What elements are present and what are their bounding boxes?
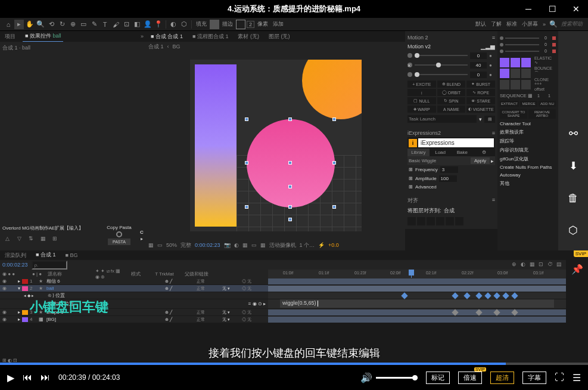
handle[interactable] — [288, 218, 292, 221]
anchor-tl[interactable] — [500, 58, 509, 67]
tl-icon-4[interactable]: ⊡ — [539, 261, 546, 268]
anchor-bc[interactable] — [511, 80, 520, 89]
slider-value[interactable]: 40 — [470, 62, 487, 69]
pin-icon[interactable]: 📌 — [571, 264, 583, 275]
c-icon[interactable]: C — [140, 230, 144, 235]
crumb-1[interactable]: 合成 1 — [148, 43, 164, 51]
slider[interactable] — [415, 61, 468, 69]
channel-icon[interactable]: ◐ — [234, 242, 239, 248]
current-time[interactable]: 0:00:02:23 — [2, 262, 28, 268]
volume-icon[interactable]: 🔊 — [360, 372, 372, 383]
freq-input[interactable]: 3 — [440, 166, 458, 173]
comp-tab-active[interactable]: ■ 合成 合成 1 — [148, 32, 185, 42]
rect-tool[interactable]: ▭ — [79, 20, 88, 29]
presets-link[interactable]: 效果预设库 — [500, 128, 556, 137]
curve-icon[interactable]: ▁▂▅ — [481, 43, 495, 49]
advanced-label[interactable]: Advanced — [415, 184, 437, 190]
workspace-standard[interactable]: 标准 — [505, 20, 519, 28]
exposure-value[interactable]: +0.0 — [328, 242, 339, 248]
fast-preview-icon[interactable]: ⚡ — [318, 242, 325, 248]
pen-tool[interactable]: ✎ — [89, 20, 99, 29]
mark-button[interactable]: 标记 — [426, 372, 450, 384]
stare-button[interactable]: 👁 STARE — [466, 97, 495, 104]
spin-button[interactable]: ↻ SPIN — [437, 97, 466, 104]
expression-editor[interactable]: wiggle(0.5,65) — [280, 299, 554, 308]
other-link[interactable]: 其他 — [500, 179, 556, 188]
anchor-mc[interactable] — [511, 69, 520, 78]
merge-button[interactable]: MERGE — [520, 101, 537, 107]
timeline-search[interactable] — [32, 261, 67, 270]
render-queue-tab[interactable]: 渲染队列 — [2, 250, 29, 261]
fill-swatch[interactable] — [210, 20, 219, 29]
handle[interactable] — [288, 185, 292, 188]
mask-toggle-icon[interactable]: ▭ — [157, 242, 163, 248]
stroke-width[interactable]: 2 — [247, 21, 254, 28]
home-icon[interactable]: ⌂ — [4, 20, 13, 29]
hand-tool[interactable]: ✋ — [25, 20, 35, 29]
layer-color[interactable] — [22, 286, 28, 291]
convert-button[interactable]: CONVERT TO SHAPE — [500, 109, 527, 119]
tl-icon-2[interactable]: ◐ — [521, 261, 528, 268]
content-aware-link[interactable]: 内容识别填充 — [500, 146, 556, 154]
subtitle-button[interactable]: 字幕 — [522, 372, 546, 384]
expand-icon[interactable]: ▾ — [18, 286, 20, 291]
handle[interactable] — [245, 205, 248, 209]
character-tool-link[interactable]: Character Tool — [500, 120, 556, 128]
slider[interactable] — [415, 52, 468, 59]
delete-icon[interactable]: 🗑 — [566, 191, 580, 205]
red-marker[interactable] — [552, 43, 556, 47]
blend-button[interactable]: ⊕ BLEND — [437, 81, 466, 88]
flowchart-tab[interactable]: ■ 流程图合成 1 — [190, 32, 231, 42]
panel-menu-icon[interactable]: ≡ — [492, 35, 495, 41]
speed-button[interactable]: 倍速SVIP — [458, 372, 482, 384]
layer-color[interactable] — [22, 279, 28, 284]
visibility-icon[interactable]: ◉ — [2, 278, 8, 284]
layer-color[interactable] — [22, 317, 28, 322]
red-marker[interactable] — [552, 36, 556, 40]
keyframe[interactable] — [493, 292, 500, 299]
value[interactable]: 0 — [541, 42, 550, 47]
settings-icon[interactable]: ⬡ — [566, 223, 580, 237]
align-top-icon[interactable] — [436, 217, 444, 225]
gifgun-link[interactable]: gifGun汉化版 — [500, 154, 556, 163]
value[interactable]: 0 — [541, 49, 550, 53]
dot-icon[interactable] — [500, 36, 503, 40]
views-dropdown[interactable]: 1 个… — [300, 242, 315, 249]
bg-timeline-tab[interactable]: ■ BG — [63, 251, 80, 259]
workspace-default[interactable]: 默认 — [474, 20, 488, 28]
anchor-handle[interactable] — [288, 161, 292, 165]
footage-tab[interactable]: 素材 (无) — [235, 32, 262, 42]
layer-row[interactable]: ◉ ▾ 2 ★ ball ⊕ ╱ 正常 无 ▾ ◎ 无 — [0, 285, 566, 292]
anchor-tr[interactable] — [521, 58, 531, 67]
apply-button[interactable]: Apply — [471, 157, 490, 164]
keyframe[interactable] — [484, 292, 491, 299]
share-icon[interactable]: ⚯ — [566, 126, 580, 141]
transparency-icon[interactable]: ▦ — [242, 242, 248, 248]
amp-input[interactable]: 100 — [439, 175, 457, 182]
layer-name[interactable]: [BG] — [46, 317, 163, 322]
p-icon[interactable]: ▸ — [141, 236, 143, 242]
ease-mid-dot[interactable]: × — [407, 63, 412, 67]
slider-value[interactable]: 0 — [470, 52, 487, 59]
expand-icon[interactable]: ▸ — [18, 278, 20, 284]
panel-menu-icon[interactable]: ≡ — [492, 197, 495, 205]
addnull-button[interactable]: ADD NU — [539, 101, 556, 107]
ease-out-dot[interactable] — [407, 72, 412, 77]
anchor-tc[interactable] — [511, 58, 520, 67]
anchor-br[interactable] — [521, 80, 531, 89]
align-vcenter-icon[interactable] — [446, 217, 454, 225]
tl-icon-6[interactable]: ▤ — [556, 261, 564, 268]
viewer-time[interactable]: 0:00:02:23 — [195, 242, 220, 248]
seq-icon[interactable]: ▦ — [528, 93, 533, 98]
burst-button[interactable]: ✦ BURST — [466, 81, 495, 88]
fx-icon[interactable]: ⊞ — [409, 184, 413, 190]
download-icon[interactable]: ⬇ — [566, 159, 580, 173]
prev-button[interactable]: ⏮ — [23, 372, 32, 383]
layer-color[interactable] — [22, 310, 28, 315]
layer-tab[interactable]: 图层 (无) — [266, 32, 293, 42]
anchor-tool[interactable]: ⊕ — [68, 20, 77, 29]
expand-icon[interactable]: ▸ — [18, 317, 20, 322]
orbit-tool[interactable]: ⟲ — [46, 20, 56, 29]
rotate-tool[interactable]: ↻ — [57, 20, 67, 29]
slider[interactable] — [505, 38, 539, 39]
